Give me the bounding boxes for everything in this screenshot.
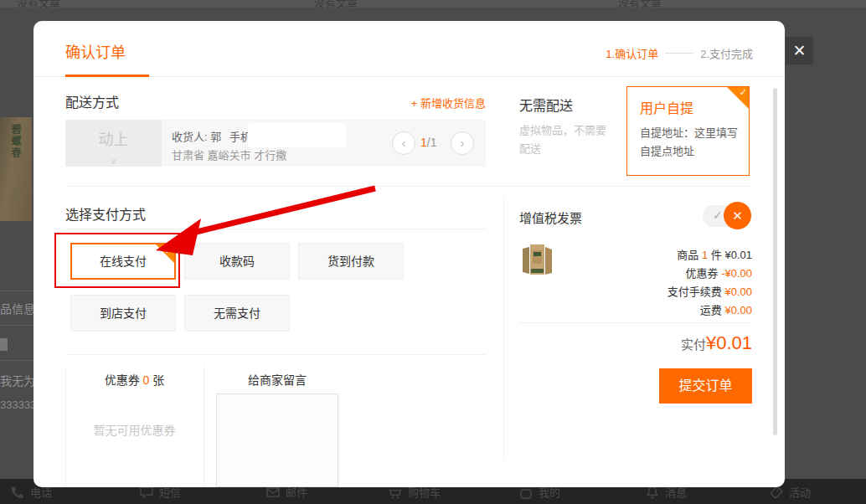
checkout-steps: 1.确认订单 2.支付完成: [606, 45, 753, 61]
goods-count: 1: [702, 249, 708, 261]
column-divider: [503, 197, 504, 460]
check-icon: ✓: [713, 208, 723, 222]
modal-title: 确认订单: [65, 40, 126, 62]
annotation-highlight-box: [54, 233, 180, 288]
total-label: 实付: [681, 337, 706, 352]
payment-divider: [65, 229, 486, 229]
nav-label: 活动: [789, 484, 811, 500]
coupon-empty-text: 暂无可用优惠券: [65, 421, 204, 438]
next-page-button[interactable]: ›: [451, 131, 474, 155]
payment-heading: 选择支付方式: [65, 203, 146, 224]
step-confirm-order: 1.确认订单: [606, 45, 658, 61]
total-row: 实付¥0.01: [519, 332, 752, 354]
total-amount: ¥0.01: [706, 332, 752, 353]
delivery-template-name: 动上: [65, 120, 162, 160]
coupon-amount: -¥0.00: [721, 267, 752, 280]
delivery-option-row[interactable]: 动上 ˅ 收货人: 郭 手机: 甘肃省 嘉峪关市 才行撒 ‹ 1/1 ›: [65, 120, 486, 167]
placeholder-text: 没有文章: [618, 0, 662, 8]
no-delivery-desc: 虚拟物品，不需要配送: [519, 121, 613, 158]
summary-goods-line: 商品 1 件 ¥0.01: [536, 246, 752, 262]
pickup-desc: 自提地址：这里填写自提点地址: [640, 124, 739, 161]
background-fragment-text: 我无为: [0, 372, 35, 388]
fee-amount: ¥0.00: [724, 285, 752, 298]
page-current: 1: [420, 136, 427, 149]
no-delivery-title[interactable]: 无需配送: [519, 95, 573, 115]
merchant-message-heading: 给商家留言: [216, 371, 338, 388]
prev-page-button[interactable]: ‹: [392, 131, 415, 155]
coupon-title: 优惠券 0 张: [65, 371, 204, 388]
phone-censor-patch: [248, 123, 346, 147]
payment-option-cod[interactable]: 货到付款: [298, 243, 404, 280]
payment-option-label: 货到付款: [327, 255, 374, 268]
coupon-divider: [65, 354, 486, 355]
background-fragment-glyph: [0, 338, 8, 351]
product-package-grade: 一级: [7, 189, 22, 200]
address-text: 甘肃省 嘉峪关市 才行撒: [172, 147, 286, 162]
summary-coupon-line: 优惠券 -¥0.00: [536, 265, 752, 280]
merchant-message-input[interactable]: [216, 393, 338, 487]
coupon-unit: 张: [152, 373, 164, 387]
coupon-message-divider: [204, 366, 204, 487]
payment-option-label: 收款码: [219, 255, 255, 268]
page-indicator: 1/1: [420, 136, 436, 149]
summary-fee-line: 支付手续费 ¥0.00: [536, 283, 752, 299]
modal-scrollbar[interactable]: [773, 88, 777, 435]
shipping-amount: ¥0.00: [724, 304, 752, 316]
coupon-label: 优惠券: [685, 267, 718, 280]
background-fragment-info: 品信息: [0, 300, 35, 316]
goods-label: 商品: [677, 249, 698, 261]
summary-shipping-line: 运费 ¥0.00: [536, 301, 752, 317]
invoice-heading: 增值税发票: [519, 208, 582, 226]
invoice-toggle-off[interactable]: ✕: [724, 202, 751, 229]
chevron-down-icon: ˅: [65, 158, 162, 167]
payment-option-label: 无需支付: [214, 306, 260, 320]
step-payment-complete: 2.支付完成: [700, 45, 753, 61]
phone-icon: [10, 485, 25, 500]
background-divider: [0, 291, 35, 291]
goods-unit: 件: [711, 249, 722, 261]
delivery-template[interactable]: 动上 ˅: [65, 120, 162, 167]
background-divider: [0, 360, 35, 361]
product-package-title: 碧螺春: [8, 124, 23, 159]
delivery-heading: 配送方式: [65, 91, 119, 111]
add-address-link[interactable]: + 新增收货信息: [369, 95, 486, 111]
background-product-image: 碧螺春 一级: [0, 117, 32, 221]
page-root: 没有文章 没有文章 没有文章 碧螺春 一级 品信息 我无为 33333333 电…: [0, 0, 866, 504]
payment-option-nopay[interactable]: 无需支付: [184, 295, 290, 332]
fee-label: 支付手续费: [668, 285, 722, 298]
placeholder-text: 没有文章: [17, 0, 60, 8]
placeholder-text: 没有文章: [314, 0, 358, 8]
payment-option-instore[interactable]: 到店支付: [70, 295, 176, 332]
pickup-option-card[interactable]: 用户自提 自提地址：这里填写自提点地址 ✓: [626, 86, 750, 176]
background-topbar: 没有文章 没有文章 没有文章: [0, 0, 866, 8]
payment-option-qrcode[interactable]: 收款码: [184, 243, 290, 280]
confirm-order-modal: 确认订单 1.确认订单 2.支付完成 配送方式 + 新增收货信息 动上 ˅ 收货…: [34, 21, 785, 487]
section-divider: [65, 186, 752, 187]
close-icon[interactable]: ✕: [786, 37, 813, 64]
background-divider: [0, 325, 35, 326]
shipping-label: 运费: [700, 304, 722, 316]
payment-option-label: 到店支付: [100, 306, 147, 320]
coupon-count: 0: [143, 373, 150, 387]
pickup-title: 用户自提: [640, 97, 693, 117]
step-connector: [665, 53, 693, 54]
page-total: /1: [427, 136, 437, 149]
submit-order-button[interactable]: 提交订单: [659, 368, 752, 404]
recipient-text: 收货人: 郭: [172, 128, 221, 144]
summary-divider: [519, 322, 752, 323]
check-icon: ✓: [740, 87, 747, 98]
coupon-label: 优惠券: [105, 373, 140, 387]
goods-amount: ¥0.01: [724, 249, 752, 261]
title-underline: [65, 75, 149, 77]
